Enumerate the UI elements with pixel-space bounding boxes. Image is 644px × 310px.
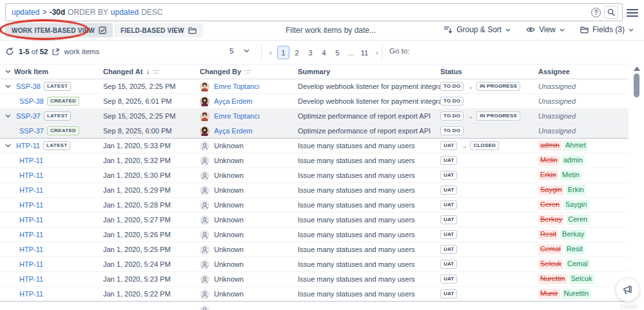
page-button-11[interactable]: 11 xyxy=(358,46,371,59)
scrollbar-thumb[interactable] xyxy=(634,73,639,97)
tab-field-based-view[interactable]: FIELD-BASED VIEW xyxy=(114,23,203,37)
header-changed-by[interactable]: Changed By xyxy=(200,68,298,75)
refresh-icon[interactable] xyxy=(5,47,14,56)
page-button-1[interactable]: 1 xyxy=(277,46,289,59)
page-button-4[interactable]: 4 xyxy=(318,46,330,59)
fields-button[interactable]: Fields (3) xyxy=(580,25,634,34)
chevron-down-icon xyxy=(629,28,634,32)
filter-by-date-button[interactable]: Filter work items by date... xyxy=(286,26,376,35)
work-item-key-link[interactable]: HTP-11 xyxy=(16,142,40,150)
assignee-new-value: Erkin xyxy=(566,185,586,195)
work-item-key-link[interactable]: SSP-38 xyxy=(19,97,44,105)
header-assignee[interactable]: Assignee xyxy=(538,68,629,75)
table-row[interactable]: HTP-11Jan 1, 2020, 5:22 PMUnknownIssue m… xyxy=(0,287,629,302)
page-button-3[interactable]: 3 xyxy=(304,46,317,59)
view-button[interactable]: View xyxy=(526,25,565,34)
help-icon[interactable]: ? xyxy=(591,8,601,17)
work-item-key-link[interactable]: HTP-11 xyxy=(19,186,43,194)
view-tabs: WORK ITEM-BASED VIEW FIELD-BASED VIEW xyxy=(5,23,203,37)
page-size-select[interactable]: 5 xyxy=(229,47,249,55)
table-row[interactable]: HTP-11Jan 1, 2020, 5:23 PMUnknownIssue m… xyxy=(0,272,629,287)
table-row[interactable]: SSP-37CREATEDSep 8, 2025, 6:00 PMAyça Er… xyxy=(0,124,629,139)
table-row[interactable]: HTP-11Jan 1, 2020, 5:24 PMUnknownIssue m… xyxy=(0,257,629,272)
work-item-key-link[interactable]: SSP-37 xyxy=(19,127,44,135)
header-changed-at[interactable]: Changed At ↓ xyxy=(103,67,200,76)
group-sort-button[interactable]: Group & Sort xyxy=(444,25,511,34)
work-item-key-link[interactable]: HTP-11 xyxy=(19,231,43,238)
table-row[interactable]: HTP-11Jan 1, 2020, 5:32 PMUnknownIssue m… xyxy=(0,153,629,168)
table-row[interactable]: SSP-38LATESTSep 15, 2025, 2:25 PMEmre To… xyxy=(0,79,629,94)
table-row[interactable]: SSP-38CREATEDSep 8, 2025, 6:01 PMAyça Er… xyxy=(0,94,629,109)
table-row[interactable]: HTP-11Jan 1, 2020, 5:26 PMUnknownIssue m… xyxy=(0,228,629,242)
expand-chevron-icon[interactable] xyxy=(5,114,13,118)
work-item-key-link[interactable]: SSP-38 xyxy=(16,82,41,90)
work-item-key-link[interactable]: HTP-11 xyxy=(19,260,43,268)
prev-page-icon[interactable]: ‹ xyxy=(266,48,276,57)
jql-query-input[interactable]: updated>-30dORDER BYupdatedDESC ? xyxy=(5,3,623,21)
page-button-2[interactable]: 2 xyxy=(291,46,303,59)
changed-by-name: Unknown xyxy=(214,216,244,224)
sort-desc-icon[interactable]: ↓ xyxy=(146,67,150,76)
scroll-up-icon[interactable] xyxy=(634,66,640,71)
view-label: View xyxy=(539,25,556,34)
changed-by-name[interactable]: Ayça Erdem xyxy=(214,97,253,105)
header-work-item[interactable]: Work Item xyxy=(0,68,103,75)
work-item-key-link[interactable]: HTP-11 xyxy=(19,290,43,298)
table-row[interactable]: HTP-11Jan 1, 2020, 5:25 PMUnknownIssue m… xyxy=(0,242,629,257)
work-item-key-link[interactable]: HTP-11 xyxy=(19,246,43,253)
external-link-icon[interactable] xyxy=(52,48,59,55)
goto-page-control[interactable]: Go to: xyxy=(389,47,409,55)
unknown-avatar-icon xyxy=(200,245,210,255)
status-cell: UAT xyxy=(440,289,538,299)
changed-by-name[interactable]: Ayça Erdem xyxy=(214,127,253,135)
tab-work-item-based-view[interactable]: WORK ITEM-BASED VIEW xyxy=(5,23,113,37)
pagination-divider xyxy=(261,45,262,61)
work-item-key-link[interactable]: HTP-11 xyxy=(19,201,43,209)
changed-by-name[interactable]: Emre Toptancı xyxy=(214,112,260,120)
search-icon[interactable] xyxy=(604,6,618,19)
expand-chevron-icon[interactable] xyxy=(5,144,13,148)
filter-icon[interactable] xyxy=(244,70,251,74)
table-row[interactable]: HTP-11LATESTJan 1, 2020, 5:33 PMUnknownI… xyxy=(0,139,629,153)
next-page-icon[interactable]: › xyxy=(372,48,382,57)
table-row[interactable]: HTP-11Jan 1, 2020, 5:30 PMUnknownIssue m… xyxy=(0,168,629,183)
changed-by-name: Unknown xyxy=(214,260,244,268)
expand-chevron-icon[interactable] xyxy=(5,84,13,88)
assignee-unassigned: Unassigned xyxy=(538,112,576,120)
page-button-5[interactable]: 5 xyxy=(331,46,344,59)
vertical-scrollbar[interactable] xyxy=(632,64,641,309)
announcement-button[interactable] xyxy=(616,278,639,302)
assignee-unassigned: Unassigned xyxy=(538,97,576,105)
table-row[interactable]: HTP-11Jan 1, 2020, 5:28 PMUnknownIssue m… xyxy=(0,198,629,213)
issue-history-app: updated>-30dORDER BYupdatedDESC ? WORK I… xyxy=(0,0,644,310)
status-badge: CLOSED xyxy=(470,141,499,151)
status-cell: UAT xyxy=(440,245,538,255)
assignee-cell: Unassigned xyxy=(538,112,629,120)
changed-at-cell: Sep 8, 2025, 6:01 PM xyxy=(103,97,200,105)
work-item-key-link[interactable]: HTP-11 xyxy=(19,171,43,179)
work-item-key-link[interactable]: HTP-11 xyxy=(19,216,43,224)
work-item-cell: SSP-38LATEST xyxy=(0,82,103,91)
table-row[interactable]: HTP-11Jan 1, 2020, 5:29 PMUnknownIssue m… xyxy=(0,183,629,198)
assignee-cell: Unassigned xyxy=(538,97,629,105)
table-row-partial[interactable] xyxy=(0,302,629,310)
header-summary[interactable]: Summary xyxy=(298,68,440,75)
work-item-key-link[interactable]: HTP-11 xyxy=(19,157,43,164)
menu-icon[interactable] xyxy=(627,7,638,19)
jql-token: -30d xyxy=(49,8,65,17)
chevron-down-icon[interactable] xyxy=(5,70,11,73)
work-item-key-link[interactable]: HTP-11 xyxy=(19,275,43,283)
changed-by-cell: Unknown xyxy=(200,260,298,269)
assignee-cell: Unassigned xyxy=(538,127,629,135)
status-badge: UAT xyxy=(440,186,457,195)
status-cell: UAT xyxy=(440,200,538,210)
changed-by-name[interactable]: Emre Toptancı xyxy=(214,82,260,90)
work-item-key-link[interactable]: SSP-37 xyxy=(16,112,41,120)
header-status[interactable]: Status xyxy=(440,68,538,75)
table-row[interactable]: SSP-37LATESTSep 15, 2025, 2:25 PMEmre To… xyxy=(0,109,629,124)
filter-icon[interactable] xyxy=(153,70,160,74)
assignee-new-value: Metin xyxy=(560,170,581,180)
group-sort-icon xyxy=(444,26,453,34)
table-row[interactable]: HTP-11Jan 1, 2020, 5:27 PMUnknownIssue m… xyxy=(0,213,629,228)
status-badge: TO DO xyxy=(440,111,463,121)
